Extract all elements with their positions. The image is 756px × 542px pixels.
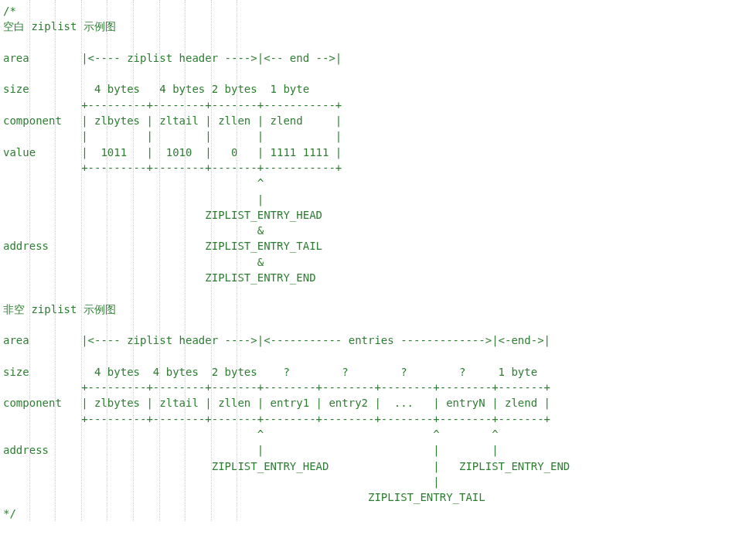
code-block: /* 空白 ziplist 示例图 area |<---- ziplist he… <box>0 0 756 521</box>
ascii-diagram: /* 空白 ziplist 示例图 area |<---- ziplist he… <box>0 0 756 521</box>
